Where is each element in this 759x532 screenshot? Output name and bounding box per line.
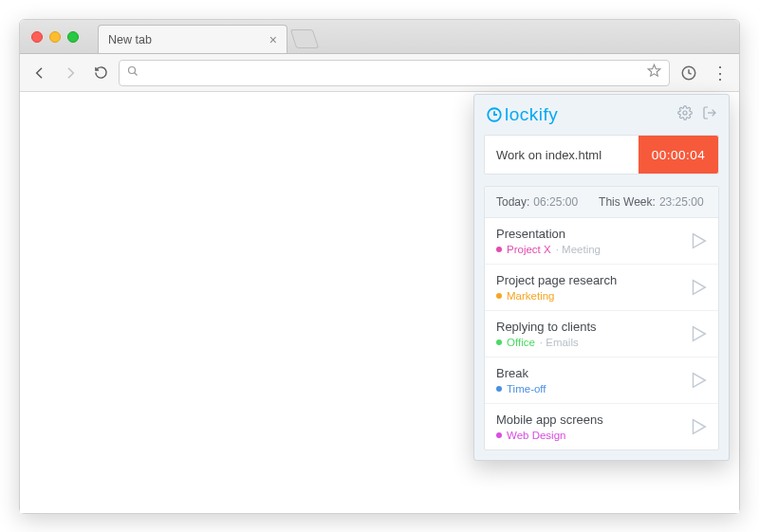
play-icon[interactable]	[688, 323, 709, 344]
summary-row: Today:06:25:00 This Week:23:25:00	[485, 187, 718, 218]
svg-marker-10	[694, 374, 706, 388]
entry-title: Break	[496, 366, 688, 380]
entry-extra: · Meeting	[556, 244, 601, 255]
current-entry-description[interactable]: Work on index.html	[485, 136, 639, 174]
project-bullet-icon	[496, 432, 502, 438]
entry-title: Presentation	[496, 227, 688, 241]
reload-button[interactable]	[88, 61, 113, 85]
svg-marker-2	[648, 64, 660, 76]
tab-strip: New tab ×	[20, 20, 739, 54]
clockify-logo: lockify	[486, 104, 558, 125]
project-bullet-icon	[496, 293, 502, 299]
svg-marker-11	[694, 420, 706, 434]
browser-menu-icon[interactable]: ⋮	[708, 63, 731, 83]
entry-subline: Marketing	[496, 290, 688, 302]
clockify-extension-icon[interactable]	[676, 60, 702, 86]
svg-marker-7	[694, 234, 706, 248]
back-button[interactable]	[28, 61, 52, 85]
address-bar[interactable]	[119, 60, 670, 86]
entry-title: Replying to clients	[496, 320, 688, 334]
entry-extra: · Emails	[540, 337, 579, 348]
today-label: Today:	[496, 195, 529, 209]
svg-point-0	[129, 67, 136, 74]
entry-row[interactable]: Mobile app screensWeb Design	[485, 403, 718, 449]
entry-title: Project page research	[496, 273, 688, 287]
search-icon	[127, 65, 139, 80]
entry-project: Web Design	[507, 430, 565, 441]
bookmark-star-icon[interactable]	[647, 64, 661, 82]
svg-point-5	[683, 111, 687, 115]
entry-subline: Project X · Meeting	[496, 244, 688, 255]
project-bullet-icon	[496, 339, 502, 345]
minimize-window-button[interactable]	[49, 31, 61, 43]
maximize-window-button[interactable]	[67, 31, 79, 43]
new-tab-button[interactable]	[290, 29, 319, 48]
svg-marker-8	[694, 281, 706, 295]
browser-tab[interactable]: New tab ×	[98, 25, 287, 53]
week-value: 23:25:00	[659, 195, 704, 209]
play-icon[interactable]	[688, 370, 709, 391]
entries-list: Today:06:25:00 This Week:23:25:00 Presen…	[484, 186, 719, 450]
popup-header: lockify	[474, 95, 729, 135]
close-tab-icon[interactable]: ×	[269, 32, 277, 47]
entry-project: Time-off	[507, 383, 546, 394]
tab-title: New tab	[108, 33, 152, 46]
entry-subline: Time-off	[496, 383, 688, 394]
entry-project: Office	[507, 337, 535, 348]
current-entry-row: Work on index.html 00:00:04	[484, 135, 719, 174]
clockify-popup: lockify Work on index.html 00:00:04 Toda…	[473, 94, 730, 461]
timer-button[interactable]: 00:00:04	[639, 136, 718, 174]
play-icon[interactable]	[688, 230, 709, 251]
settings-icon[interactable]	[677, 105, 693, 124]
play-icon[interactable]	[688, 416, 709, 437]
logout-icon[interactable]	[702, 105, 717, 124]
entry-row[interactable]: BreakTime-off	[485, 357, 718, 403]
browser-toolbar: ⋮	[20, 54, 739, 92]
window-controls	[28, 20, 84, 53]
entry-project: Project X	[507, 244, 551, 255]
entry-subline: Office · Emails	[496, 337, 688, 348]
browser-window: New tab × ⋮	[19, 19, 740, 514]
entry-project: Marketing	[507, 290, 555, 302]
entry-row[interactable]: PresentationProject X · Meeting	[485, 218, 718, 264]
week-label: This Week:	[599, 195, 656, 209]
entry-subline: Web Design	[496, 430, 688, 441]
entry-row[interactable]: Project page researchMarketing	[485, 264, 718, 310]
project-bullet-icon	[496, 386, 502, 392]
svg-line-1	[135, 73, 138, 76]
svg-marker-9	[694, 327, 706, 341]
entry-row[interactable]: Replying to clientsOffice · Emails	[485, 310, 718, 357]
brand-text: lockify	[505, 104, 558, 125]
close-window-button[interactable]	[31, 31, 43, 43]
today-value: 06:25:00	[533, 195, 578, 209]
play-icon[interactable]	[688, 277, 709, 298]
project-bullet-icon	[496, 247, 502, 252]
entry-title: Mobile app screens	[496, 413, 688, 427]
forward-button[interactable]	[58, 61, 83, 85]
